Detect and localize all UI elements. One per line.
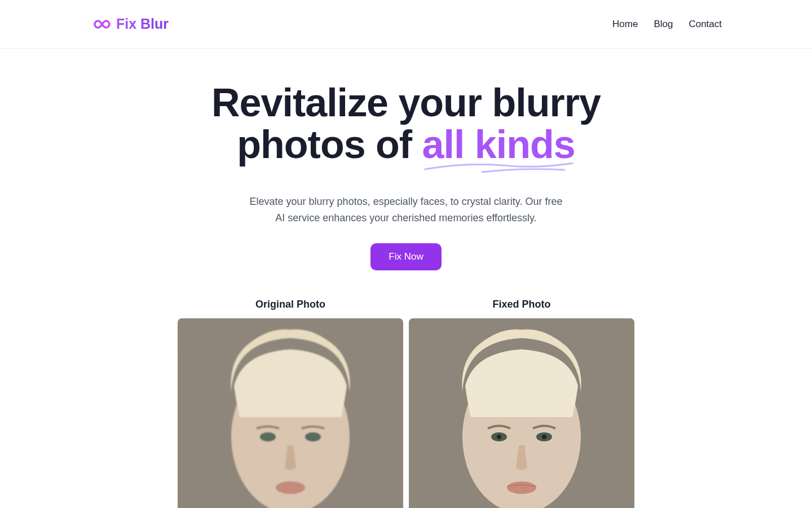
main-nav: Home Blog Contact [612,19,722,30]
hero-section: Revitalize your blurry photos of all kin… [90,49,722,270]
fixed-photo-column: Fixed Photo [409,299,634,508]
fixed-photo [409,318,634,508]
hero-title-line2-prefix: photos of [237,122,422,167]
photo-comparison: Original Photo [90,299,722,508]
hero-title-line1: Revitalize your blurry [211,81,601,125]
main-content: Revitalize your blurry photos of all kin… [68,49,744,508]
original-photo-label: Original Photo [255,299,325,310]
portrait-placeholder-icon [409,318,634,508]
original-photo-column: Original Photo [178,299,403,508]
hero-subtitle: Elevate your blurry photos, especially f… [245,194,567,226]
nav-link-home[interactable]: Home [612,19,638,30]
svg-point-4 [276,481,305,494]
original-photo [178,318,403,508]
fixed-photo-label: Fixed Photo [493,299,551,310]
svg-point-3 [305,432,321,441]
svg-point-10 [542,435,546,439]
hero-title-accent: all kinds [422,124,575,166]
svg-point-8 [497,435,501,439]
logo-text: Fix Blur [116,16,169,32]
hero-title: Revitalize your blurry photos of all kin… [90,82,722,165]
underline-decoration-icon [422,161,575,174]
site-header: Fix Blur Home Blog Contact [0,0,812,49]
nav-link-blog[interactable]: Blog [654,19,673,30]
portrait-placeholder-icon [178,318,403,508]
svg-point-2 [260,432,276,441]
logo[interactable]: Fix Blur [90,16,169,32]
infinity-icon [90,17,111,31]
fix-now-button[interactable]: Fix Now [370,243,441,270]
nav-link-contact[interactable]: Contact [689,19,722,30]
svg-point-11 [507,481,536,494]
